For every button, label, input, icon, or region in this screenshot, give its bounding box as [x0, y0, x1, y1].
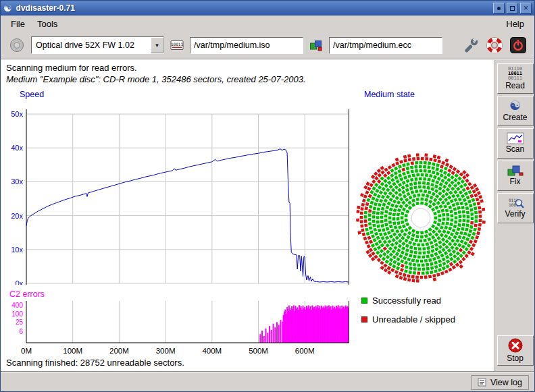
svg-text:500M: 500M: [249, 347, 268, 355]
svg-text:40x: 40x: [11, 144, 23, 152]
app-window: ☯ dvdisaster-0.71 × File Tools Help Opti…: [0, 0, 535, 392]
maximize-icon: [510, 6, 515, 11]
read-icon-line-3: 00111: [508, 76, 522, 81]
fix-button[interactable]: Fix: [497, 161, 534, 191]
ecc-path-input[interactable]: [329, 37, 442, 54]
c2-errors-chart: 4001002560M100M200M300M400M500M600M: [1, 301, 352, 358]
quit-button[interactable]: [509, 36, 528, 55]
window-title: dvdisaster-0.71: [16, 3, 75, 13]
view-log-label: View log: [490, 378, 522, 387]
legend: Successfully read Unreadable / skipped: [361, 296, 455, 325]
svg-text:50x: 50x: [11, 110, 23, 118]
svg-text:0M: 0M: [21, 347, 32, 355]
fix-blocks-icon: [507, 165, 524, 177]
main-area: Scanning medium for read errors. Medium …: [1, 60, 494, 371]
stop-label: Stop: [507, 354, 524, 363]
drive-select[interactable]: Optical drive 52X FW 1.02 ▼: [31, 36, 164, 54]
stop-icon: [507, 337, 524, 354]
legend-label-unreadable: Unreadable / skipped: [372, 314, 455, 325]
menu-file[interactable]: File: [5, 17, 31, 31]
create-button[interactable]: ☯ Create: [497, 96, 534, 126]
chevron-down-icon: ▼: [155, 43, 160, 49]
svg-text:20x: 20x: [11, 212, 23, 220]
preferences-button[interactable]: [461, 36, 480, 55]
ecc-blocks-icon: [309, 38, 324, 52]
read-label: Read: [505, 82, 525, 90]
c2-errors-title: C2 errors: [9, 289, 45, 299]
read-button[interactable]: 01110 10011 00111 Read: [497, 63, 534, 94]
legend-item-success: Successfully read: [361, 296, 455, 306]
view-log-button[interactable]: View log: [471, 375, 529, 390]
svg-text:400: 400: [11, 302, 23, 309]
yin-yang-icon: ☯: [509, 99, 521, 113]
svg-text:25: 25: [16, 318, 24, 326]
create-label: Create: [503, 113, 527, 122]
window-controls: ×: [493, 3, 532, 13]
svg-text:0x: 0x: [15, 279, 23, 285]
ecc-file-button[interactable]: [308, 38, 324, 53]
verify-magnifier-icon: 0111 1001: [507, 197, 524, 209]
action-sidebar: 01110 10011 00111 Read ☯ Create Scan: [494, 60, 535, 371]
maximize-button[interactable]: [507, 3, 518, 13]
menu-help[interactable]: Help: [500, 17, 530, 31]
verify-button[interactable]: 0111 1001 Verify: [497, 193, 534, 223]
log-icon: [478, 378, 486, 387]
svg-text:400M: 400M: [202, 347, 222, 355]
drive-select-arrow[interactable]: ▼: [151, 37, 163, 53]
scan-button[interactable]: Scan: [497, 128, 534, 159]
titlebar[interactable]: ☯ dvdisaster-0.71 ×: [1, 1, 534, 16]
medium-state-title: Medium state: [364, 90, 415, 99]
fix-label: Fix: [510, 177, 521, 186]
shade-button[interactable]: [493, 3, 505, 13]
stop-button[interactable]: Stop: [497, 335, 534, 366]
wrench-icon: [462, 36, 480, 54]
verify-label: Verify: [505, 210, 525, 219]
legend-label-success: Successfully read: [372, 296, 441, 306]
app-icon: ☯: [3, 3, 12, 13]
binary-read-icon: 01110 10011 00111: [508, 67, 522, 81]
footer-bar: View log: [1, 371, 534, 392]
toolbar: Optical drive 52X FW 1.02 ▼ 10011: [1, 32, 534, 59]
svg-text:100M: 100M: [63, 347, 82, 355]
svg-text:200M: 200M: [109, 347, 129, 355]
medium-state-disc: [355, 152, 487, 284]
power-icon: [509, 36, 527, 54]
iso-path-input[interactable]: [190, 37, 303, 54]
legend-item-unreadable: Unreadable / skipped: [361, 314, 455, 325]
lifering-icon: [486, 36, 503, 54]
menu-tools[interactable]: Tools: [31, 17, 63, 31]
svg-text:100: 100: [11, 310, 23, 318]
svg-text:10011: 10011: [171, 42, 183, 47]
shade-icon: [497, 7, 501, 10]
drive-select-value: Optical drive 52X FW 1.02: [32, 40, 151, 50]
mini-chart-icon: [507, 132, 524, 144]
help-button[interactable]: [485, 36, 504, 55]
svg-text:6: 6: [19, 328, 23, 335]
scan-result-status: Scanning finished: 28752 unreadable sect…: [6, 358, 184, 368]
svg-text:300M: 300M: [156, 347, 176, 355]
speed-chart: 0x10x20x30x40x50x: [1, 104, 352, 285]
svg-text:600M: 600M: [295, 347, 315, 355]
binary-image-icon: 10011: [170, 38, 184, 52]
optical-disc-icon: [8, 36, 26, 54]
menubar: File Tools Help: [1, 16, 534, 32]
status-line-2: Medium "Example disc": CD-R mode 1, 3524…: [6, 74, 306, 84]
status-line-1: Scanning medium for read errors.: [6, 63, 137, 73]
close-icon: ×: [524, 4, 528, 12]
scan-label: Scan: [506, 145, 524, 154]
close-button[interactable]: ×: [520, 3, 532, 13]
legend-swatch-success: [361, 298, 367, 304]
speed-chart-title: Speed: [20, 90, 44, 99]
drive-button[interactable]: [7, 36, 26, 55]
svg-text:30x: 30x: [11, 177, 23, 186]
legend-swatch-unreadable: [361, 316, 367, 323]
iso-image-button[interactable]: 10011: [169, 38, 185, 53]
svg-text:10x: 10x: [11, 246, 23, 254]
